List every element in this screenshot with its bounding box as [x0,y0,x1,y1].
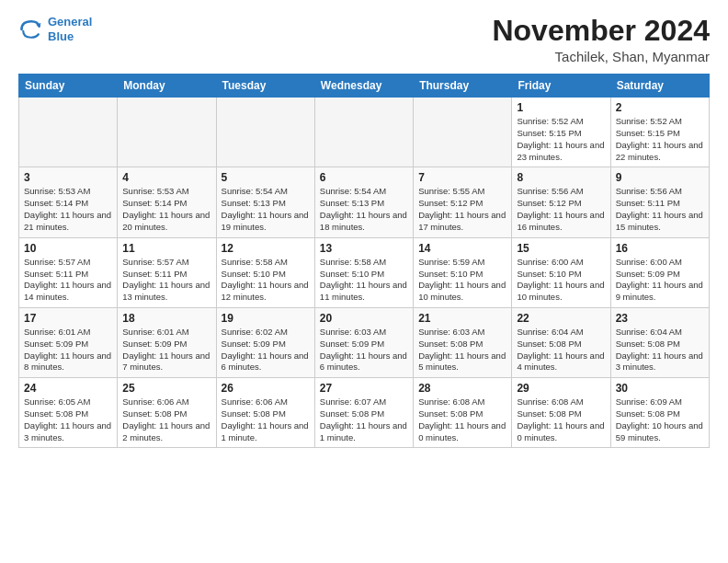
day-cell: 1Sunrise: 5:52 AMSunset: 5:15 PMDaylight… [512,98,610,167]
day-number: 3 [24,171,112,184]
day-info: Sunrise: 5:59 AMSunset: 5:10 PMDaylight:… [418,257,506,304]
day-info: Sunrise: 6:08 AMSunset: 5:08 PMDaylight:… [418,396,506,443]
day-info: Sunrise: 6:07 AMSunset: 5:08 PMDaylight:… [320,396,408,443]
day-cell: 25Sunrise: 6:06 AMSunset: 5:08 PMDayligh… [118,378,216,448]
logo: General Blue [18,15,92,43]
week-row-1: 3Sunrise: 5:53 AMSunset: 5:14 PMDaylight… [19,167,710,237]
day-number: 12 [222,242,310,255]
day-number: 29 [517,382,605,395]
day-number: 22 [517,312,605,325]
day-info: Sunrise: 5:56 AMSunset: 5:11 PMDaylight:… [616,186,704,233]
day-number: 16 [616,242,704,255]
day-cell: 5Sunrise: 5:54 AMSunset: 5:13 PMDaylight… [216,167,314,237]
day-info: Sunrise: 6:00 AMSunset: 5:09 PMDaylight:… [616,257,704,304]
day-info: Sunrise: 6:08 AMSunset: 5:08 PMDaylight:… [517,396,605,443]
day-cell: 8Sunrise: 5:56 AMSunset: 5:12 PMDaylight… [512,167,610,237]
col-header-thursday: Thursday [414,75,512,98]
day-info: Sunrise: 5:57 AMSunset: 5:11 PMDaylight:… [122,257,210,304]
day-info: Sunrise: 5:57 AMSunset: 5:11 PMDaylight:… [24,257,112,304]
week-row-0: 1Sunrise: 5:52 AMSunset: 5:15 PMDaylight… [19,98,710,167]
day-info: Sunrise: 6:02 AMSunset: 5:09 PMDaylight:… [222,327,310,373]
day-cell: 30Sunrise: 6:09 AMSunset: 5:08 PMDayligh… [610,378,709,448]
day-number: 5 [222,171,310,184]
day-cell: 4Sunrise: 5:53 AMSunset: 5:14 PMDaylight… [118,167,216,237]
day-number: 30 [616,382,704,395]
day-number: 9 [616,171,704,184]
day-info: Sunrise: 6:09 AMSunset: 5:08 PMDaylight:… [616,396,704,443]
day-cell: 6Sunrise: 5:54 AMSunset: 5:13 PMDaylight… [314,167,413,237]
day-cell: 13Sunrise: 5:58 AMSunset: 5:10 PMDayligh… [314,237,413,307]
day-cell: 27Sunrise: 6:07 AMSunset: 5:08 PMDayligh… [314,378,413,448]
day-info: Sunrise: 5:52 AMSunset: 5:15 PMDaylight:… [616,116,704,163]
day-cell: 19Sunrise: 6:02 AMSunset: 5:09 PMDayligh… [216,307,314,377]
day-cell: 22Sunrise: 6:04 AMSunset: 5:08 PMDayligh… [512,307,610,377]
day-info: Sunrise: 6:00 AMSunset: 5:10 PMDaylight:… [517,257,605,304]
day-cell: 11Sunrise: 5:57 AMSunset: 5:11 PMDayligh… [118,237,216,307]
day-cell [414,98,512,167]
logo-blue: Blue [48,29,74,43]
day-info: Sunrise: 5:55 AMSunset: 5:12 PMDaylight:… [418,186,506,233]
header: General Blue November 2024 Tachilek, Sha… [18,15,710,64]
col-header-sunday: Sunday [19,75,118,98]
day-number: 6 [320,171,408,184]
day-number: 26 [222,382,310,395]
week-row-4: 24Sunrise: 6:05 AMSunset: 5:08 PMDayligh… [19,378,710,448]
day-number: 21 [418,312,506,325]
day-cell: 29Sunrise: 6:08 AMSunset: 5:08 PMDayligh… [512,378,610,448]
location-title: Tachilek, Shan, Myanmar [492,49,710,64]
week-row-3: 17Sunrise: 6:01 AMSunset: 5:09 PMDayligh… [19,307,710,377]
day-number: 10 [24,242,112,255]
day-number: 17 [24,312,112,325]
day-number: 15 [517,242,605,255]
day-info: Sunrise: 6:04 AMSunset: 5:08 PMDaylight:… [517,327,605,373]
day-cell [216,98,314,167]
day-cell: 24Sunrise: 6:05 AMSunset: 5:08 PMDayligh… [19,378,118,448]
day-info: Sunrise: 5:53 AMSunset: 5:14 PMDaylight:… [122,186,210,233]
day-number: 24 [24,382,112,395]
day-cell [118,98,216,167]
col-header-wednesday: Wednesday [314,75,413,98]
calendar-header-row: SundayMondayTuesdayWednesdayThursdayFrid… [19,75,710,98]
day-info: Sunrise: 6:03 AMSunset: 5:09 PMDaylight:… [320,327,408,373]
day-cell [19,98,118,167]
col-header-saturday: Saturday [610,75,709,98]
day-number: 25 [122,382,210,395]
day-info: Sunrise: 6:06 AMSunset: 5:08 PMDaylight:… [122,396,210,443]
day-cell: 21Sunrise: 6:03 AMSunset: 5:08 PMDayligh… [414,307,512,377]
day-cell: 12Sunrise: 5:58 AMSunset: 5:10 PMDayligh… [216,237,314,307]
day-number: 28 [418,382,506,395]
day-number: 23 [616,312,704,325]
day-number: 1 [517,101,605,114]
day-cell: 2Sunrise: 5:52 AMSunset: 5:15 PMDaylight… [610,98,709,167]
logo-text: General Blue [48,15,92,43]
day-info: Sunrise: 5:58 AMSunset: 5:10 PMDaylight:… [320,257,408,304]
day-number: 11 [122,242,210,255]
day-cell [314,98,413,167]
day-cell: 18Sunrise: 6:01 AMSunset: 5:09 PMDayligh… [118,307,216,377]
day-info: Sunrise: 5:53 AMSunset: 5:14 PMDaylight:… [24,186,112,233]
title-block: November 2024 Tachilek, Shan, Myanmar [492,15,710,64]
col-header-friday: Friday [512,75,610,98]
day-info: Sunrise: 6:03 AMSunset: 5:08 PMDaylight:… [418,327,506,373]
day-info: Sunrise: 6:05 AMSunset: 5:08 PMDaylight:… [24,396,112,443]
day-cell: 7Sunrise: 5:55 AMSunset: 5:12 PMDaylight… [414,167,512,237]
day-cell: 15Sunrise: 6:00 AMSunset: 5:10 PMDayligh… [512,237,610,307]
day-cell: 14Sunrise: 5:59 AMSunset: 5:10 PMDayligh… [414,237,512,307]
day-info: Sunrise: 6:04 AMSunset: 5:08 PMDaylight:… [616,327,704,373]
day-cell: 28Sunrise: 6:08 AMSunset: 5:08 PMDayligh… [414,378,512,448]
day-info: Sunrise: 6:01 AMSunset: 5:09 PMDaylight:… [122,327,210,373]
day-number: 8 [517,171,605,184]
calendar-table: SundayMondayTuesdayWednesdayThursdayFrid… [18,74,710,448]
day-number: 14 [418,242,506,255]
day-info: Sunrise: 5:56 AMSunset: 5:12 PMDaylight:… [517,186,605,233]
day-number: 4 [122,171,210,184]
day-info: Sunrise: 5:58 AMSunset: 5:10 PMDaylight:… [222,257,310,304]
day-cell: 23Sunrise: 6:04 AMSunset: 5:08 PMDayligh… [610,307,709,377]
day-cell: 17Sunrise: 6:01 AMSunset: 5:09 PMDayligh… [19,307,118,377]
day-info: Sunrise: 5:54 AMSunset: 5:13 PMDaylight:… [320,186,408,233]
logo-general: General [48,15,92,29]
day-number: 19 [222,312,310,325]
day-info: Sunrise: 6:01 AMSunset: 5:09 PMDaylight:… [24,327,112,373]
logo-icon [18,17,44,42]
day-info: Sunrise: 5:54 AMSunset: 5:13 PMDaylight:… [222,186,310,233]
